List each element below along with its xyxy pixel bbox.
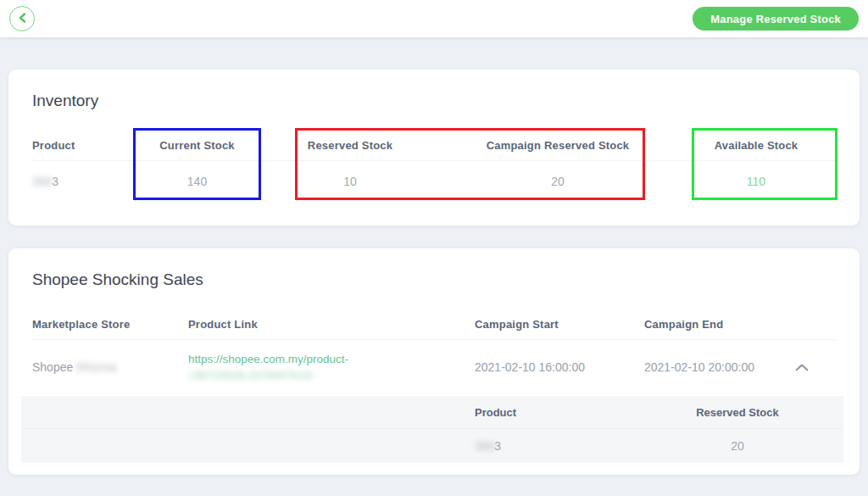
col-available-stock: Available Stock: [676, 139, 836, 152]
detail-data-row: 3663 20: [21, 429, 843, 463]
chevron-up-icon: [795, 361, 809, 374]
detail-reserved-stock-value: 20: [678, 439, 797, 453]
detail-product-cell: 3663: [475, 439, 678, 453]
col-campaign-reserved-stock: Campaign Reserved Stock: [439, 139, 676, 152]
campaign-data-row: Shopee Rhizma https://shopee.com.my/prod…: [32, 340, 836, 394]
marketplace-store-cell: Shopee Rhizma: [32, 360, 188, 374]
detail-col-product: Product: [475, 406, 678, 419]
product-link-line1: https://shopee.com.my/product-: [188, 351, 475, 367]
inventory-header-row: Product Current Stock Reserved Stock Cam…: [32, 131, 836, 161]
product-link[interactable]: https://shopee.com.my/product- i.9872302…: [188, 351, 475, 383]
back-button[interactable]: [9, 6, 35, 31]
chevron-left-icon: [19, 13, 26, 25]
reserved-stock-value: 10: [261, 175, 439, 188]
col-campaign-start: Campaign Start: [475, 318, 644, 331]
col-reserved-stock: Reserved Stock: [261, 139, 439, 152]
detail-product-visible: 3: [494, 439, 501, 453]
current-stock-value: 140: [133, 175, 261, 188]
col-product-link: Product Link: [188, 318, 475, 331]
product-link-line2-masked: i.98723026.2378407b19: [188, 367, 475, 383]
col-product: Product: [32, 139, 133, 152]
col-campaign-end: Campaign End: [644, 318, 788, 331]
product-id-visible: 3: [52, 175, 58, 188]
collapse-row-button[interactable]: [792, 360, 812, 375]
detail-product-masked: 366: [475, 439, 494, 453]
campaign-header-row: Marketplace Store Product Link Campaign …: [32, 309, 836, 340]
store-prefix: Shopee: [32, 360, 76, 374]
campaign-detail-section: Product Reserved Stock 3663 20: [21, 396, 843, 463]
campaign-start-value: 2021-02-10 16:00:00: [475, 360, 644, 374]
campaign-card: Shopee Shocking Sales Marketplace Store …: [8, 248, 860, 475]
available-stock-value: 110: [676, 175, 836, 188]
topbar: Manage Reserved Stock: [0, 0, 868, 37]
inventory-data-row: 3663 140 10 20 110: [32, 161, 836, 202]
campaign-table: Marketplace Store Product Link Campaign …: [32, 309, 836, 394]
product-id-cell: 3663: [32, 175, 133, 188]
campaign-reserved-stock-value: 20: [439, 175, 676, 188]
inventory-card: Inventory Product Current Stock Reserved…: [8, 70, 860, 226]
detail-col-reserved-stock: Reserved Stock: [678, 406, 797, 419]
manage-reserved-stock-button[interactable]: Manage Reserved Stock: [693, 7, 859, 31]
product-id-masked: 366: [32, 175, 52, 188]
inventory-table: Product Current Stock Reserved Stock Cam…: [32, 131, 836, 202]
campaign-title: Shopee Shocking Sales: [32, 270, 836, 289]
inventory-title: Inventory: [32, 92, 836, 110]
campaign-end-value: 2021-02-10 20:00:00: [644, 360, 788, 374]
store-name-masked: Rhizma: [76, 360, 116, 374]
detail-header-row: Product Reserved Stock: [21, 396, 843, 429]
col-current-stock: Current Stock: [133, 139, 261, 152]
col-marketplace-store: Marketplace Store: [32, 318, 188, 331]
